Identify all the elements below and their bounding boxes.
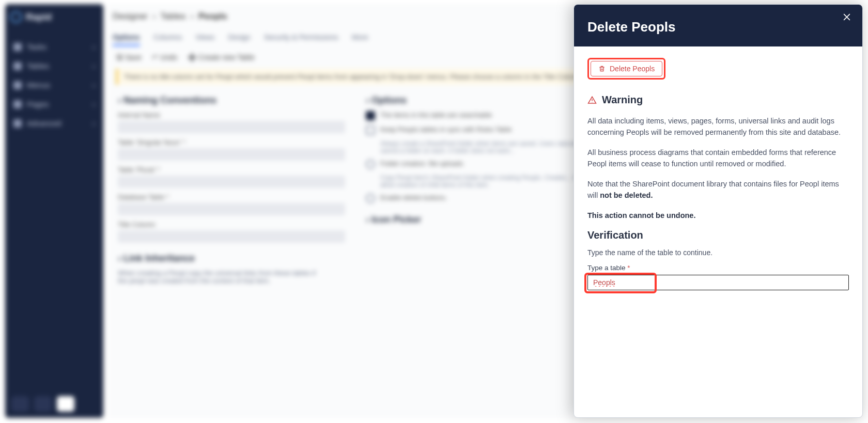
- chevron-right-icon: ›: [92, 81, 95, 89]
- sidebar-item-label: Menus: [27, 81, 50, 89]
- sidebar-item-label: Tasks: [27, 42, 47, 51]
- modal-body: Delete Peopls Warning All data including…: [574, 46, 862, 417]
- warning-p4: This action cannot be undone.: [587, 210, 849, 221]
- create-table-button[interactable]: ➕ Create new Table: [188, 53, 255, 61]
- inherit-header: › Link Inheritance: [118, 253, 327, 264]
- option-label: Folder creation: file-uploads: [380, 160, 463, 167]
- options-header: › Options: [366, 95, 593, 106]
- sidebar-item-label: Tables: [27, 61, 49, 70]
- option-label: Keep Peopls tables in sync with Roles Ta…: [380, 126, 512, 133]
- naming-header: › Naming Conventions: [118, 95, 345, 106]
- checkbox-searchable[interactable]: [366, 111, 375, 120]
- brand-name: Rapid: [26, 12, 52, 23]
- option-sub: Always create a SharePoint folder when i…: [380, 140, 593, 154]
- warning-p3: Note that the SharePoint document librar…: [587, 178, 849, 201]
- checkbox-sync[interactable]: [366, 126, 375, 135]
- warning-heading: Warning: [602, 94, 643, 106]
- option-label: The items in this table are searchable: [380, 111, 492, 119]
- delete-button-highlight: Delete Peopls: [587, 58, 665, 80]
- chevron-right-icon: ›: [92, 100, 95, 108]
- singular-input[interactable]: [118, 148, 345, 161]
- modal-title: Delete Peopls: [587, 19, 849, 35]
- close-icon[interactable]: [841, 12, 853, 24]
- warning-icon: [587, 96, 597, 105]
- inherit-section: › Link Inheritance When creating a Peopl…: [109, 253, 336, 285]
- sidebar-item-pages[interactable]: Pages›: [10, 96, 98, 113]
- crumb-c: Peopls: [198, 11, 227, 21]
- delete-button[interactable]: Delete Peopls: [591, 61, 662, 76]
- db-table-input[interactable]: [118, 203, 345, 215]
- advanced-icon: [13, 119, 22, 128]
- brand-logo-icon: [10, 11, 22, 23]
- icon-picker-header: › Icon Picker: [366, 214, 593, 225]
- chevron-right-icon: ›: [92, 61, 95, 70]
- tab-options[interactable]: Options: [113, 33, 140, 46]
- options-section: › Options The items in this table are se…: [366, 95, 593, 243]
- sidebar: Rapid Tasks› Tables› Menus› Pages› Advan…: [5, 4, 103, 418]
- sidebar-item-advanced[interactable]: Advanced›: [10, 115, 98, 132]
- modal-header: Delete Peopls: [574, 5, 862, 46]
- warning-row: Warning: [587, 94, 849, 106]
- delete-modal: Delete Peopls Delete Peopls Warning All …: [574, 4, 863, 418]
- sidebar-item-tables[interactable]: Tables›: [10, 57, 98, 74]
- radio-folder-upload[interactable]: [366, 160, 375, 169]
- sidebar-item-menus[interactable]: Menus›: [10, 76, 98, 93]
- field-label: Database Table *: [118, 193, 345, 201]
- verification-input[interactable]: [587, 275, 849, 290]
- sidebar-item-tasks[interactable]: Tasks›: [10, 38, 98, 55]
- option-sub: Copy Peopl item's SharePoint folder when…: [380, 174, 593, 189]
- tab-more[interactable]: More: [352, 33, 368, 46]
- field-label: Internal Name: [118, 111, 345, 119]
- pages-icon: [13, 100, 22, 108]
- sidebar-footer: [11, 396, 97, 412]
- chevron-right-icon: ›: [92, 42, 95, 51]
- crumb-a[interactable]: Designer: [113, 11, 148, 21]
- radio-delete-btns[interactable]: [366, 194, 375, 203]
- field-label: Title Column: [118, 221, 345, 228]
- tab-security[interactable]: Security & Permissions: [264, 33, 338, 46]
- delete-button-label: Delete Peopls: [610, 65, 655, 72]
- warning-p1: All data including items, views, pages, …: [587, 115, 849, 138]
- verification-sub: Type the name of the table to continue.: [587, 248, 849, 257]
- tab-columns[interactable]: Columns: [153, 33, 182, 46]
- tab-views[interactable]: Views: [195, 33, 214, 46]
- option-label: Enable delete buttons.: [380, 194, 447, 201]
- title-column-select[interactable]: [118, 230, 345, 243]
- crumb-b[interactable]: Tables: [160, 11, 185, 21]
- chevron-right-icon: ›: [92, 119, 95, 128]
- verification-heading: Verification: [587, 229, 849, 241]
- footer-btn-1[interactable]: [11, 396, 29, 412]
- field-label: Table 'Plural' *: [118, 166, 345, 174]
- naming-section: › Naming Conventions Internal Name Table…: [118, 95, 345, 243]
- sidebar-item-label: Advanced: [27, 119, 61, 128]
- tab-design[interactable]: Design: [228, 33, 251, 46]
- field-label: Table 'Singular Noun' *: [118, 138, 345, 146]
- footer-btn-3[interactable]: [57, 396, 74, 412]
- tables-icon: [13, 62, 22, 70]
- verification-input-wrap: [587, 275, 849, 290]
- brand: Rapid: [10, 11, 98, 23]
- verification-field-label: Type a table *: [587, 264, 849, 272]
- menus-icon: [13, 81, 22, 89]
- tasks-icon: [13, 43, 22, 51]
- sidebar-item-label: Pages: [27, 100, 49, 108]
- plural-input[interactable]: [118, 176, 345, 188]
- internal-name-input[interactable]: [118, 121, 345, 133]
- warning-p2: All business process diagrams that conta…: [587, 147, 849, 170]
- footer-btn-2[interactable]: [34, 396, 52, 412]
- trash-icon: [598, 65, 606, 72]
- undo-button[interactable]: ↶ Undo: [152, 53, 177, 61]
- inherit-body: When creating a Peopl copy the universal…: [118, 269, 327, 285]
- save-button[interactable]: 🖫 Save: [116, 53, 142, 61]
